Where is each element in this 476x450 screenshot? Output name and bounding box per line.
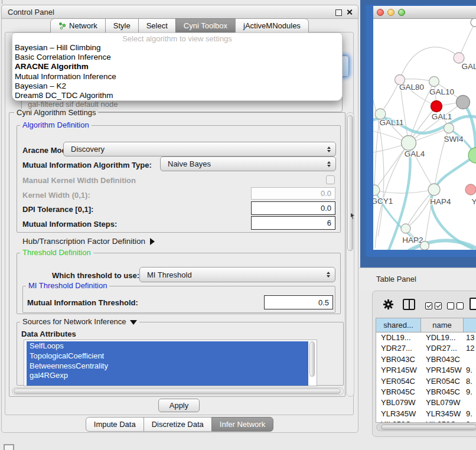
dpi-tolerance-field[interactable]: 0.0 <box>251 201 335 215</box>
network-node-y[interactable] <box>465 184 476 195</box>
unchecked-boxes-icon[interactable] <box>447 302 464 309</box>
network-node-gal10[interactable] <box>429 77 439 87</box>
kernel-width-label: Kernel Width (0,1): <box>22 191 90 200</box>
close-traffic-light[interactable] <box>377 9 384 16</box>
hub-section-label: Hub/Transcription Factor Definition <box>22 237 145 246</box>
settings-horizontal-scrollbar-thumb[interactable] <box>14 389 341 394</box>
network-node[interactable] <box>471 19 476 27</box>
network-edge[interactable] <box>380 80 400 114</box>
network-edge[interactable] <box>406 190 434 229</box>
minimized-panel-icon[interactable] <box>4 444 14 450</box>
column-header-name[interactable]: name <box>421 318 464 332</box>
table-row[interactable]: YPR145WYPR145W9. <box>376 365 476 376</box>
algorithm-option-basic-correlation-inference[interactable]: Basic Correlation Inference <box>15 53 340 62</box>
data-attributes-list[interactable]: SelfLoopsTopologicalCoefficientBetweenne… <box>24 340 317 386</box>
tab-infer-network[interactable]: Infer Network <box>211 417 273 432</box>
which-threshold-label: Which threshold to use: <box>52 271 139 280</box>
column-header-shared[interactable]: shared... <box>376 318 421 332</box>
network-node-swi4[interactable] <box>444 123 454 133</box>
table-body: YDL19...YDL19...13YDR27...YDR27...12YBR0… <box>376 332 476 423</box>
data-attribute-gal4rgexp[interactable]: gal4RGexp <box>27 371 308 381</box>
table-horizontal-scrollbar[interactable] <box>376 423 476 431</box>
split-columns-icon[interactable] <box>403 299 415 310</box>
algorithm-option-dream8-dc-tdc-algorithm[interactable]: Dream8 DC_TDC Algorithm <box>15 91 340 100</box>
network-node-gal1[interactable] <box>431 101 442 112</box>
table-cell: YDR27... <box>376 343 421 354</box>
hub-section-toggle[interactable]: Hub/Transcription Factor Definition <box>22 237 155 246</box>
network-edge[interactable] <box>400 47 459 80</box>
close-icon[interactable] <box>346 9 353 15</box>
mi-steps-field[interactable]: 6 <box>251 216 335 230</box>
table-cell: YBR043C <box>421 354 464 365</box>
tab-style[interactable]: Style <box>105 18 139 33</box>
which-threshold-select[interactable]: MI Threshold <box>139 267 335 282</box>
tab-label: jActiveMNodules <box>243 21 301 30</box>
settings-vertical-scrollbar[interactable] <box>346 112 354 397</box>
table-cell: YPR145W <box>376 365 421 376</box>
table-cell <box>464 397 476 408</box>
network-node[interactable] <box>420 242 429 250</box>
table-row[interactable]: YBL079WYBL079W <box>376 397 476 408</box>
table-row[interactable]: YDR27...YDR27...12 <box>376 343 476 354</box>
algorithm-option-aracne-algorithm[interactable]: ARACNE Algorithm <box>15 62 340 71</box>
algorithm-option-bayesian-k2[interactable]: Bayesian – K2 <box>15 81 340 91</box>
table-row[interactable]: YER054CYER054C8. <box>376 376 476 387</box>
settings-vertical-scrollbar-thumb[interactable] <box>347 115 353 251</box>
table-row[interactable]: YBR043CYBR043C <box>376 354 476 365</box>
network-edge[interactable] <box>406 190 434 229</box>
manual-kernel-label: Manual Kernel Width Definition <box>22 176 136 185</box>
table-row[interactable]: YLR345WYLR345W9. <box>376 409 476 419</box>
document-icon[interactable] <box>470 298 476 310</box>
expanded-arrow-icon[interactable] <box>130 320 137 325</box>
zoom-traffic-light[interactable] <box>398 9 405 16</box>
algorithm-popup-list: Bayesian – Hill ClimbingBasic Correlatio… <box>15 43 340 100</box>
algorithm-selection-popup: Select algorithm to view settings Bayesi… <box>12 32 343 101</box>
node-table: shared...nameA YDL19...YDL19...13YDR27..… <box>376 318 476 423</box>
table-cell: YBR045C <box>376 387 421 397</box>
mi-algorithm-type-select[interactable]: Naive Bayes <box>160 156 336 171</box>
network-node-gcy1[interactable] <box>373 185 380 195</box>
aracne-mode-select[interactable]: Discovery <box>63 142 336 156</box>
column-header-a[interactable]: A <box>464 318 476 332</box>
network-node-hap2[interactable] <box>401 224 410 233</box>
algorithm-option-bayesian-hill-climbing[interactable]: Bayesian – Hill Climbing <box>15 43 340 53</box>
table-row[interactable]: YIL052CYIL052C9. <box>376 419 476 423</box>
data-attribute-selfloops[interactable]: SelfLoops <box>27 341 308 351</box>
gear-icon[interactable] <box>383 299 394 310</box>
table-row[interactable]: YDL19...YDL19...13 <box>376 332 476 343</box>
minimize-traffic-light[interactable] <box>387 9 395 16</box>
network-edge[interactable] <box>374 143 409 190</box>
tab-cyni-toolbox[interactable]: Cyni Toolbox <box>175 18 236 33</box>
mi-threshold-box-title: MI Threshold Definition <box>26 282 109 290</box>
table-cell: YBR043C <box>376 354 421 365</box>
table-horizontal-scrollbar-thumb[interactable] <box>381 425 476 430</box>
kernel-width-field[interactable]: 0.0 <box>251 187 335 200</box>
network-canvas[interactable]: GALGAL80GAL10GAL1GAL11SWI4GAL4GCY1HAP4YH… <box>373 19 476 250</box>
tab-network[interactable]: Network <box>50 18 106 33</box>
data-attribute-partial[interactable] <box>27 381 308 386</box>
float-window-icon[interactable] <box>335 9 342 16</box>
network-edge[interactable] <box>459 22 475 58</box>
table-row[interactable]: YBR045CYBR045C9. <box>376 387 476 397</box>
tab-jactivemnodules[interactable]: jActiveMNodules <box>235 18 309 33</box>
tab-impute-data[interactable]: Impute Data <box>86 417 144 432</box>
network-node[interactable] <box>457 96 470 109</box>
network-node-gal4[interactable] <box>402 136 416 151</box>
sources-title-wrap[interactable]: Sources for Network Inference <box>20 318 139 326</box>
manual-kernel-checkbox[interactable] <box>326 175 335 184</box>
threshold-definition-title: Threshold Definition <box>20 249 93 257</box>
settings-horizontal-scrollbar[interactable] <box>12 387 344 395</box>
data-attribute-betweennesscentrality[interactable]: BetweennessCentrality <box>27 361 308 371</box>
tab-label: Select <box>146 21 168 30</box>
mi-threshold-field[interactable]: 0.5 <box>264 295 333 309</box>
tab-select[interactable]: Select <box>138 18 176 33</box>
tab-discretize-data[interactable]: Discretize Data <box>144 417 212 432</box>
collapsed-arrow-icon[interactable] <box>150 238 155 245</box>
tab-label: Discretize Data <box>152 420 204 429</box>
algorithm-option-mutual-information-inference[interactable]: Mutual Information Inference <box>15 72 340 81</box>
attributes-list-scrollbar[interactable] <box>309 341 315 377</box>
checked-boxes-icon[interactable] <box>425 302 442 309</box>
data-attribute-topologicalcoefficient[interactable]: TopologicalCoefficient <box>27 351 308 361</box>
apply-button[interactable]: Apply <box>158 399 200 412</box>
network-node-hap4[interactable] <box>428 184 440 195</box>
